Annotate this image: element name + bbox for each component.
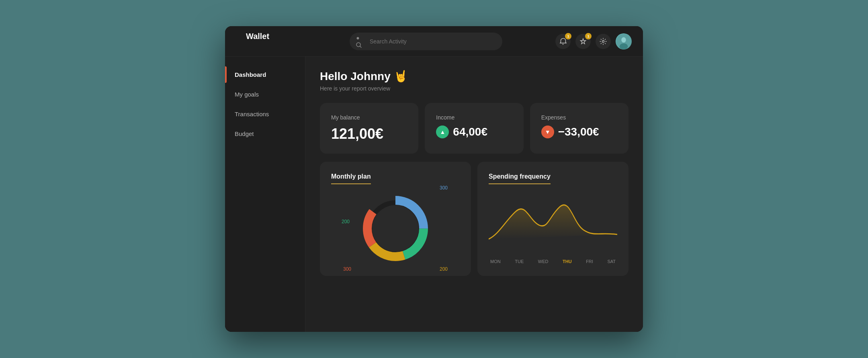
day-sat: SAT xyxy=(607,259,616,264)
main-layout: Dashboard My goals Transactions Budget H… xyxy=(225,57,643,332)
sidebar: Dashboard My goals Transactions Budget xyxy=(225,57,305,332)
income-label: Income xyxy=(436,114,512,121)
charts-row: Monthly plan xyxy=(320,162,628,276)
sidebar-item-budget[interactable]: Budget xyxy=(225,126,305,142)
topbar: Wallet ● 1 1 xyxy=(225,26,643,57)
sidebar-item-my-goals[interactable]: My goals xyxy=(225,86,305,103)
search-input[interactable] xyxy=(370,38,496,45)
monthly-plan-chart: 300 200 200 300 xyxy=(331,192,460,265)
svg-line-1 xyxy=(360,46,361,47)
donut-label-top: 300 xyxy=(440,185,448,191)
spending-frequency-card: Spending frequency xyxy=(477,162,628,276)
expenses-value: −33,00€ xyxy=(558,126,599,138)
svg-point-5 xyxy=(621,37,626,42)
sidebar-item-label: Transactions xyxy=(235,111,269,117)
expenses-card: Expenses ▼ −33,00€ xyxy=(530,103,628,154)
expense-icon: ▼ xyxy=(541,126,554,138)
user-avatar[interactable] xyxy=(616,33,632,49)
income-card: Income ▲ 64,00€ xyxy=(425,103,523,154)
notifications-badge: 1 xyxy=(565,33,571,39)
day-wed: WED xyxy=(538,259,549,264)
donut-label-bottom-right: 200 xyxy=(440,266,448,272)
income-icon: ▲ xyxy=(436,126,449,138)
income-value: 64,00€ xyxy=(453,126,487,138)
svg-point-2 xyxy=(563,43,563,44)
line-chart-svg xyxy=(489,193,617,257)
day-fri: FRI xyxy=(586,259,593,264)
balance-card: My balance 121,00€ xyxy=(320,103,418,154)
alerts-button[interactable]: 1 xyxy=(575,34,591,49)
app-title: Wallet xyxy=(236,32,279,51)
monthly-plan-title: Monthly plan xyxy=(331,173,371,184)
sidebar-item-label: Dashboard xyxy=(235,71,266,78)
donut-chart-svg xyxy=(355,188,436,269)
search-bar[interactable]: ● xyxy=(350,33,502,50)
balance-value: 121,00€ xyxy=(331,126,407,142)
greeting-subtitle: Here is your report overview xyxy=(320,85,628,92)
greeting-title: Hello Johnny 🤘 xyxy=(320,70,628,83)
sidebar-item-label: My goals xyxy=(235,91,259,98)
spending-frequency-chart: MON TUE WED THU FRI SAT xyxy=(489,192,617,265)
day-tue: TUE xyxy=(515,259,524,264)
stats-row: My balance 121,00€ Income ▲ 64,00€ Expen… xyxy=(320,103,628,154)
svg-point-12 xyxy=(372,205,419,252)
app-window: Wallet ● 1 1 xyxy=(225,26,643,332)
svg-point-3 xyxy=(602,40,604,42)
notifications-button[interactable]: 1 xyxy=(555,34,571,49)
alerts-badge: 1 xyxy=(585,33,592,39)
main-content: Hello Johnny 🤘 Here is your report overv… xyxy=(305,57,643,332)
expenses-label: Expenses xyxy=(541,114,617,121)
sidebar-item-transactions[interactable]: Transactions xyxy=(225,106,305,122)
day-labels: MON TUE WED THU FRI SAT xyxy=(489,259,617,264)
balance-label: My balance xyxy=(331,114,407,121)
topbar-actions: 1 1 xyxy=(555,33,632,49)
expenses-value-row: ▼ −33,00€ xyxy=(541,126,617,138)
day-mon: MON xyxy=(490,259,501,264)
sidebar-item-dashboard[interactable]: Dashboard xyxy=(225,66,305,83)
sidebar-item-label: Budget xyxy=(235,130,254,137)
settings-button[interactable] xyxy=(596,34,611,49)
spending-frequency-title: Spending frequency xyxy=(489,173,551,184)
monthly-plan-card: Monthly plan xyxy=(320,162,471,276)
donut-label-bottom-left: 300 xyxy=(343,266,351,272)
donut-label-left: 200 xyxy=(342,219,350,224)
income-value-row: ▲ 64,00€ xyxy=(436,126,512,138)
day-thu: THU xyxy=(563,259,572,264)
search-icon: ● xyxy=(356,35,366,47)
